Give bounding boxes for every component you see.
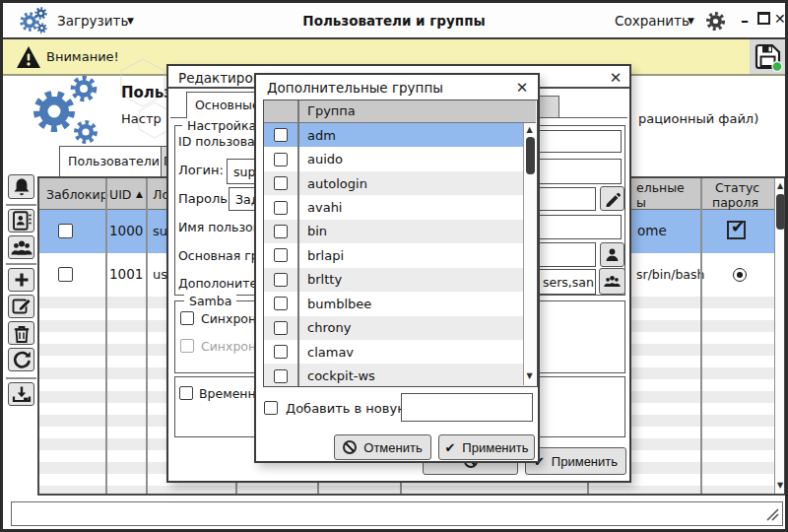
group-name: bin [307,224,327,238]
add-user-button[interactable] [8,268,34,292]
group-row[interactable]: brlapi [264,243,536,267]
user-groups-button[interactable] [8,235,34,259]
groups-cancel-button[interactable]: Отменить [334,434,431,460]
toolbar-separator [6,263,36,265]
groups-list-header: Группа [264,100,536,123]
title-bar: Загрузить ▼ Пользователи и группы Сохран… [3,3,785,39]
table-scrollbar[interactable]: ▲ ▼ [774,178,786,494]
apply-system-button[interactable] [8,382,34,406]
groups-scrollbar[interactable]: ▲ ▼ [523,123,536,385]
save-file-icon[interactable] [753,41,783,72]
table-stripe [39,486,774,496]
save-indicator-panel [750,39,785,74]
person-icon [604,246,621,263]
minimize-button[interactable]: – [741,11,749,30]
groups-dialog-title: Дополнительные группы [267,80,443,96]
groups-cancel-label: Отменить [363,440,422,455]
edit-user-button[interactable] [8,295,34,318]
edit-apply-button[interactable]: ✔ Применить [525,447,626,475]
notifications-button[interactable] [8,174,34,199]
page-subtitle: Настр [121,111,162,126]
group-checkbox[interactable] [274,369,288,383]
groups-dialog-close-icon[interactable]: ✕ [512,78,532,98]
add-new-group-checkbox[interactable] [264,401,278,415]
additional-groups-dialog: Дополнительные группы ✕ Группа adm auido… [254,73,540,463]
header-extra-groups-line2[interactable]: ы [636,195,646,210]
add-new-group-field[interactable] [401,393,533,422]
header-uid[interactable]: UID [109,187,131,202]
row-extra-groups: ome [637,223,667,238]
row-blocked-checkbox[interactable] [58,224,73,238]
group-row[interactable]: clamav [264,340,536,364]
header-password-status-line1[interactable]: Статус [715,180,759,195]
scroll-up-icon[interactable]: ▲ [777,182,783,190]
group-row[interactable]: bumblbee [264,292,536,315]
group-checkbox[interactable] [274,225,288,238]
tab-users-label: Пользователи [68,154,160,168]
group-name: adm [307,128,336,143]
group-row[interactable]: chrony [264,316,536,340]
temporary-checkbox[interactable] [179,386,193,400]
settings-gear-icon[interactable] [704,10,727,33]
group-checkbox[interactable] [274,273,288,287]
group-checkbox[interactable] [274,153,288,166]
pencil-icon [604,190,621,207]
group-checkbox[interactable] [274,128,288,142]
header-blocked[interactable]: Заблокир [46,187,108,202]
group-checkbox[interactable] [274,345,288,359]
header-extra-groups-line1[interactable]: ельные [636,180,685,195]
row-uid: 1000 [109,223,143,238]
samba-sync-checkbox[interactable] [180,311,194,325]
password-status-dot-icon[interactable] [733,268,747,282]
delete-user-button[interactable] [8,321,34,345]
group-row[interactable]: autologin [264,171,536,195]
group-checkbox[interactable] [274,248,288,262]
group-row[interactable]: bin [264,220,536,243]
edit-dialog-close-icon[interactable]: ✕ [606,68,625,88]
row-shell: sr/bin/bash [636,267,704,282]
group-row[interactable]: avahi [264,195,536,219]
toolbar-separator [6,377,36,379]
tab-users[interactable]: Пользователи [59,146,162,176]
group-checkbox[interactable] [274,321,288,335]
password-status-checked-icon[interactable]: ✔ [727,221,746,239]
group-row[interactable]: cockpit-ws [264,364,536,387]
scroll-down-icon[interactable]: ▼ [777,482,783,490]
save-menu-button[interactable]: Сохранить [615,13,690,29]
bell-icon [11,176,33,198]
resize-grip-icon[interactable] [765,506,779,522]
download-icon [11,385,33,404]
edit-tab-basic-label: Основные [195,98,260,112]
group-checkbox[interactable] [274,297,288,310]
scrollbar-thumb[interactable] [776,194,785,230]
group-name: bumblbee [307,297,371,311]
groups-apply-button[interactable]: ✔ Применить [438,434,535,460]
save-caret-icon[interactable]: ▼ [688,16,694,26]
pick-extra-groups-button[interactable] [599,268,625,295]
pick-primary-group-button[interactable] [600,242,624,267]
user-card-button[interactable] [8,209,34,233]
refresh-button[interactable] [8,348,34,371]
edit-password-button[interactable] [600,186,624,211]
group-row[interactable]: adm [264,123,536,147]
groups-column-header: Группа [307,103,356,118]
scroll-up-icon[interactable]: ▲ [527,126,533,134]
column-separator [105,178,107,494]
toolbar-separator [6,204,36,206]
watermark-hexagons [113,57,172,151]
row-blocked-checkbox[interactable] [58,267,73,282]
close-button[interactable]: ✕ [774,11,786,27]
warning-icon [15,44,42,70]
app-window: Загрузить ▼ Пользователи и группы Сохран… [0,0,788,532]
group-checkbox[interactable] [274,176,288,190]
header-password-status-line2[interactable]: пароля [712,195,758,210]
checkbox-column-separator [297,100,299,386]
scrollbar-thumb[interactable] [526,137,535,174]
page-title: Польз [121,84,172,101]
group-checkbox[interactable] [274,201,288,215]
group-row[interactable]: auido [264,147,536,170]
scroll-down-icon[interactable]: ▼ [527,372,533,380]
maximize-button[interactable] [757,12,770,25]
group-row[interactable]: brltty [264,268,536,292]
primary-group-label: Основная гру [178,248,266,263]
